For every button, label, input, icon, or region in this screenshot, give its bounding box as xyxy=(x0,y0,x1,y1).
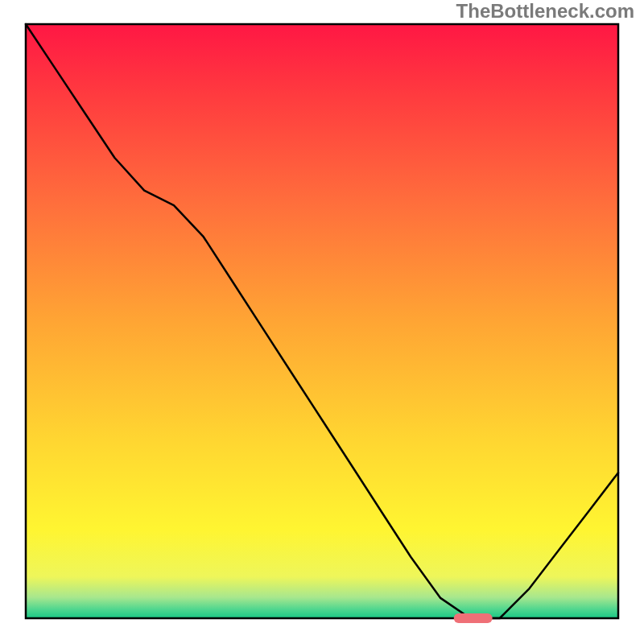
optimal-marker xyxy=(454,613,493,623)
chart-container: TheBottleneck.com xyxy=(0,0,644,644)
watermark-text: TheBottleneck.com xyxy=(456,0,634,23)
bottleneck-chart xyxy=(0,0,644,644)
plot-background xyxy=(26,24,618,618)
